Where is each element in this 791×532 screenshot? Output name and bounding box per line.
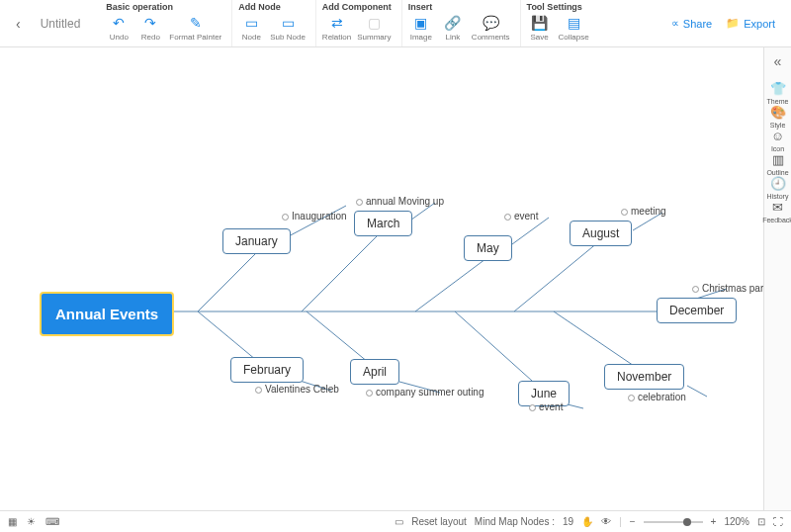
sub-node-label: Sub Node bbox=[270, 33, 306, 42]
style-label: Style bbox=[770, 122, 786, 129]
share-button[interactable]: ∝Share bbox=[671, 17, 712, 30]
nodes-count: 19 bbox=[563, 516, 573, 527]
reset-layout-button[interactable]: Reset layout bbox=[411, 516, 467, 527]
node-jan[interactable]: January bbox=[222, 228, 291, 254]
node-may[interactable]: May bbox=[464, 235, 512, 261]
node-icon: ▭ bbox=[242, 14, 260, 32]
expand-dot-icon[interactable] bbox=[621, 209, 628, 216]
image-button[interactable]: ▣Image bbox=[408, 14, 434, 42]
icon-icon: ☺ bbox=[771, 129, 784, 143]
subnode-5[interactable]: event bbox=[529, 401, 563, 412]
icon-label: Icon bbox=[771, 145, 784, 152]
zoom-in-button[interactable]: + bbox=[711, 516, 717, 527]
subnode-0[interactable]: Inauguration bbox=[282, 211, 347, 222]
link-button[interactable]: 🔗Link bbox=[440, 14, 466, 42]
theme-panel-button[interactable]: 👕Theme bbox=[762, 81, 791, 105]
node-nov[interactable]: November bbox=[604, 364, 684, 390]
svg-line-3 bbox=[302, 232, 381, 311]
outline-panel-button[interactable]: ▥Outline bbox=[762, 152, 791, 176]
relation-icon: ⇄ bbox=[328, 14, 346, 32]
node-dec[interactable]: December bbox=[657, 298, 737, 323]
group-head: Basic operation bbox=[106, 2, 221, 12]
eye-icon[interactable]: 👁 bbox=[601, 516, 611, 527]
redo-button[interactable]: ↷Redo bbox=[137, 14, 163, 42]
expand-dot-icon[interactable] bbox=[282, 214, 289, 221]
summary-label: Summary bbox=[357, 33, 391, 42]
group-head: Tool Settings bbox=[527, 2, 589, 12]
summary-button: ▢Summary bbox=[357, 14, 391, 42]
export-button[interactable]: 📁Export bbox=[726, 17, 775, 30]
save-icon: 💾 bbox=[531, 14, 549, 32]
image-icon: ▣ bbox=[412, 14, 430, 32]
history-panel-button[interactable]: 🕘History bbox=[762, 176, 791, 200]
view-mode-icon[interactable]: ▦ bbox=[8, 516, 17, 527]
right-panel: « 👕Theme🎨Style☺Icon▥Outline🕘History✉Feed… bbox=[763, 47, 791, 510]
subnode-8[interactable]: Christmas part bbox=[692, 283, 766, 294]
link-icon: 🔗 bbox=[444, 14, 462, 32]
hand-tool-icon[interactable]: ✋ bbox=[581, 516, 593, 527]
expand-dot-icon[interactable] bbox=[366, 390, 373, 397]
theme-label: Theme bbox=[767, 98, 789, 105]
node-aug[interactable]: August bbox=[570, 221, 632, 246]
svg-line-17 bbox=[687, 386, 707, 397]
subnode-3[interactable]: company summer outing bbox=[366, 387, 484, 398]
edges bbox=[0, 47, 763, 510]
group-head: Insert bbox=[408, 2, 510, 12]
format-painter-icon: ✎ bbox=[187, 14, 205, 32]
subnode-2[interactable]: annual Moving up bbox=[356, 196, 444, 207]
svg-line-16 bbox=[554, 311, 643, 372]
subnode-7[interactable]: celebration bbox=[628, 392, 686, 402]
svg-line-1 bbox=[198, 252, 257, 311]
expand-dot-icon[interactable] bbox=[628, 395, 635, 401]
share-label: Share bbox=[683, 18, 712, 30]
summary-icon: ▢ bbox=[365, 14, 383, 32]
expand-dot-icon[interactable] bbox=[356, 199, 363, 206]
redo-icon: ↷ bbox=[141, 14, 159, 32]
collapse-panel-button[interactable]: « bbox=[774, 53, 782, 69]
back-button[interactable]: ‹ bbox=[8, 0, 29, 46]
dark-mode-icon[interactable]: ☀ bbox=[27, 516, 36, 527]
node-mar[interactable]: March bbox=[354, 211, 412, 236]
node-feb[interactable]: February bbox=[230, 357, 304, 383]
expand-dot-icon[interactable] bbox=[255, 387, 262, 394]
feedback-panel-button[interactable]: ✉Feedback bbox=[762, 200, 791, 223]
doc-title[interactable]: Untitled bbox=[29, 0, 93, 46]
subnode-1[interactable]: Valentines Celeb bbox=[255, 384, 339, 395]
expand-dot-icon[interactable] bbox=[692, 286, 699, 293]
sub-node-button[interactable]: ▭Sub Node bbox=[270, 14, 306, 42]
outline-icon: ▥ bbox=[772, 152, 784, 167]
group-head: Add Node bbox=[238, 2, 306, 12]
icon-panel-button[interactable]: ☺Icon bbox=[762, 129, 791, 152]
collapse-button[interactable]: ▤Collapse bbox=[559, 14, 589, 42]
fullscreen-icon[interactable]: ⛶ bbox=[773, 516, 783, 527]
collapse-icon: ▤ bbox=[565, 14, 582, 32]
expand-dot-icon[interactable] bbox=[529, 404, 536, 411]
undo-icon: ↶ bbox=[110, 14, 128, 32]
expand-dot-icon[interactable] bbox=[504, 214, 511, 221]
canvas[interactable]: Annual Events JanuaryFebruaryMarchAprilM… bbox=[0, 47, 763, 510]
fit-icon[interactable]: ⊡ bbox=[757, 516, 765, 527]
save-button[interactable]: 💾Save bbox=[527, 14, 553, 42]
undo-button[interactable]: ↶Undo bbox=[106, 14, 132, 42]
comments-button[interactable]: 💬Comments bbox=[472, 14, 510, 42]
subnode-6[interactable]: meeting bbox=[621, 206, 666, 217]
zoom-out-button[interactable]: − bbox=[630, 516, 636, 527]
node-apr[interactable]: April bbox=[350, 359, 399, 385]
keyboard-icon[interactable]: ⌨ bbox=[45, 516, 59, 527]
subnode-4[interactable]: event bbox=[504, 211, 538, 222]
root-node[interactable]: Annual Events bbox=[40, 292, 174, 336]
node-button[interactable]: ▭Node bbox=[238, 14, 264, 42]
history-label: History bbox=[767, 193, 789, 200]
outline-label: Outline bbox=[766, 169, 788, 176]
zoom-value: 120% bbox=[724, 516, 749, 527]
undo-label: Undo bbox=[110, 33, 129, 42]
style-panel-button[interactable]: 🎨Style bbox=[762, 105, 791, 129]
save-label: Save bbox=[530, 33, 548, 42]
node-label: Node bbox=[242, 33, 261, 42]
svg-line-14 bbox=[455, 311, 542, 390]
zoom-slider[interactable] bbox=[644, 521, 703, 523]
reset-layout-icon[interactable]: ▭ bbox=[395, 516, 403, 527]
style-icon: 🎨 bbox=[770, 105, 786, 120]
format-painter-button[interactable]: ✎Format Painter bbox=[169, 14, 221, 42]
relation-button[interactable]: ⇄Relation bbox=[322, 14, 351, 42]
